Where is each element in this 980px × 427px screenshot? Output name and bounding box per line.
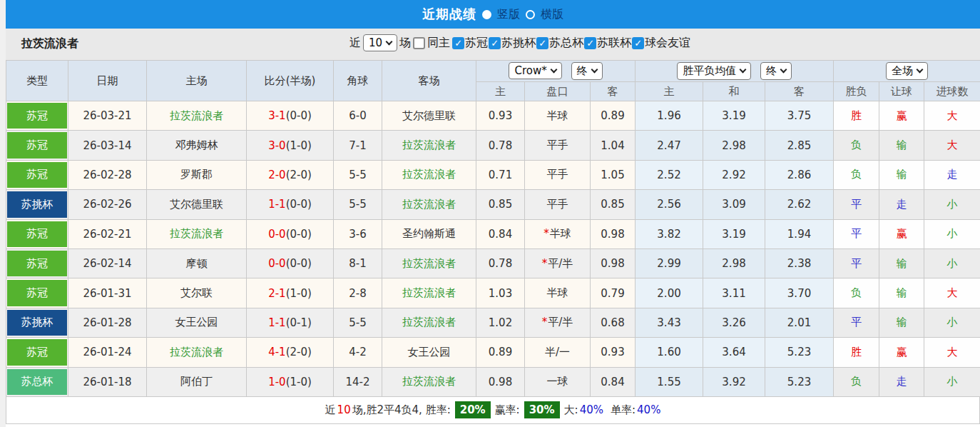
- horizontal-layout-radio[interactable]: [526, 10, 535, 19]
- handicap-result-cell: 输: [879, 278, 924, 308]
- date-cell: 26-02-26: [68, 190, 147, 219]
- result-cell: 胜: [834, 101, 879, 131]
- team-name: 拉茨流浪者: [21, 36, 78, 51]
- corner-cell: 2-8: [334, 278, 382, 308]
- scope-select[interactable]: 全场: [886, 62, 928, 80]
- same-home-label: 同主: [427, 36, 450, 51]
- single-rate: 40%: [637, 403, 660, 416]
- date-cell: 26-03-21: [68, 101, 147, 131]
- handicap-home-odds-cell: 1.02: [476, 308, 525, 337]
- result-cell: 负: [834, 160, 879, 189]
- match-count-select[interactable]: 10: [363, 34, 397, 51]
- handicap-line-cell: *平/半: [525, 248, 591, 278]
- result-cell: 平: [834, 248, 879, 278]
- avg-home-odds-cell: 1.96: [636, 101, 703, 131]
- vertical-layout-radio[interactable]: [482, 10, 491, 19]
- horizontal-layout-label[interactable]: 横版: [541, 7, 563, 22]
- corner-cell: 3-6: [334, 219, 382, 248]
- avg-stage-select[interactable]: 终: [760, 62, 792, 80]
- home-team-cell: 拉茨流浪者: [147, 219, 247, 248]
- handicap-away-odds-cell: 0.84: [591, 367, 636, 396]
- handicap-home-odds-cell: 0.84: [476, 219, 525, 248]
- avg-odds-select[interactable]: 胜平负均值: [677, 62, 751, 80]
- odds-company-select[interactable]: Crow*: [509, 62, 561, 79]
- score-cell: 1-1(0-1): [247, 308, 334, 337]
- league-label-2: 苏总杯: [549, 36, 583, 51]
- recent-results-panel: 近期战绩 竖版 横版 拉茨流浪者 近 10 场 同主 ✓苏冠✓苏挑杯✓苏总杯✓苏…: [0, 0, 980, 427]
- league-checkbox-0[interactable]: ✓: [452, 37, 464, 49]
- big-label: 大:: [564, 403, 578, 417]
- handicap-line-cell: 半球: [525, 278, 591, 308]
- avg-away-odds-cell: 3.70: [765, 278, 834, 308]
- vertical-layout-label[interactable]: 竖版: [497, 7, 520, 22]
- win-odds-label: 赢率:: [495, 403, 520, 417]
- sub-avg-home: 主: [636, 82, 703, 101]
- avg-home-odds-cell: 3.43: [636, 308, 703, 337]
- league-checkbox-4[interactable]: ✓: [632, 37, 644, 49]
- chevron-down-icon: [386, 38, 393, 45]
- date-cell: 26-02-21: [68, 219, 147, 248]
- match-row: 苏冠26-01-31艾尔联2-1(1-0)2-8拉茨流浪者1.03半球0.792…: [6, 278, 980, 308]
- league-type-cell: 苏总杯: [6, 367, 68, 396]
- date-cell: 26-02-28: [68, 160, 147, 189]
- near-label: 近: [349, 36, 361, 51]
- score-cell: 1-1(0-0): [247, 190, 334, 219]
- away-team-cell: 艾尔德里联: [382, 101, 476, 131]
- league-checkbox-2[interactable]: ✓: [536, 37, 548, 49]
- avg-home-odds-cell: 2.47: [636, 131, 703, 160]
- league-checkbox-1[interactable]: ✓: [489, 37, 501, 49]
- handicap-away-odds-cell: 0.68: [591, 308, 636, 337]
- handicap-home-odds-cell: 0.85: [476, 190, 525, 219]
- match-row: 苏总杯26-01-18阿伯丁1-0(1-0)14-2拉茨流浪者0.98一球0.8…: [6, 367, 980, 396]
- goals-result-cell: 小: [924, 367, 980, 396]
- goals-result-cell: 小: [924, 308, 980, 337]
- result-group-header: 全场: [834, 61, 980, 82]
- away-team-cell: 拉茨流浪者: [382, 278, 476, 308]
- away-team-cell: 女王公园: [382, 338, 476, 367]
- match-row: 苏冠26-01-24拉茨流浪者4-1(2-0)4-2女王公园0.89半/一0.9…: [6, 338, 980, 367]
- score-cell: 2-1(1-0): [247, 278, 334, 308]
- score-cell: 2-0(2-0): [247, 160, 334, 189]
- handicap-line-cell: 平手: [525, 190, 591, 219]
- handicap-result-cell: 输: [879, 308, 924, 337]
- handicap-line-cell: 平手: [525, 131, 591, 160]
- away-team-cell: 拉茨流浪者: [382, 308, 476, 337]
- filter-bar: 拉茨流浪者 近 10 场 同主 ✓苏冠✓苏挑杯✓苏总杯✓苏联杯✓球会友谊: [6, 29, 980, 60]
- league-type-cell: 苏冠: [6, 219, 68, 248]
- handicap-home-odds-cell: 0.78: [476, 248, 525, 278]
- avg-draw-odds-cell: 3.64: [703, 338, 765, 367]
- avg-away-odds-cell: 3.75: [765, 101, 834, 131]
- handicap-line-cell: 半球: [525, 101, 591, 131]
- league-label-1: 苏挑杯: [501, 36, 536, 51]
- sub-handicap-line: 盘口: [525, 82, 591, 101]
- match-row: 苏冠26-02-21拉茨流浪者0-0(0-0)3-6圣约翰斯通0.84*半球0.…: [6, 219, 980, 248]
- result-cell: 平: [834, 190, 879, 219]
- sub-result: 胜负: [834, 82, 879, 101]
- date-cell: 26-01-28: [68, 308, 147, 337]
- league-checkbox-3[interactable]: ✓: [584, 37, 596, 49]
- away-team-cell: 圣约翰斯通: [382, 219, 476, 248]
- match-row: 苏挑杯26-01-28女王公园1-1(0-1)5-5拉茨流浪者1.02*平/半0…: [6, 308, 980, 337]
- handicap-home-odds-cell: 0.71: [476, 160, 525, 189]
- col-type: 类型: [6, 61, 68, 101]
- summary-near-label: 近: [325, 403, 336, 417]
- panel-header: 近期战绩 竖版 横版: [6, 0, 980, 29]
- chevron-down-icon: [550, 66, 557, 73]
- corner-cell: 4-2: [334, 338, 382, 367]
- chevron-down-icon: [917, 66, 924, 74]
- avg-away-odds-cell: 2.86: [765, 160, 834, 189]
- handicap-home-odds-cell: 0.78: [476, 131, 525, 160]
- win-odds-badge: 30%: [524, 401, 560, 418]
- goals-result-cell: 走: [924, 160, 980, 189]
- match-row: 苏冠26-03-14邓弗姆林3-0(1-0)7-1拉茨流浪者0.78平手1.04…: [6, 131, 980, 160]
- same-home-checkbox[interactable]: [413, 37, 425, 49]
- odds-stage-select[interactable]: 终: [571, 62, 603, 80]
- avg-draw-odds-cell: 3.19: [703, 101, 765, 131]
- corner-cell: 5-5: [334, 308, 382, 337]
- away-team-cell: 拉茨流浪者: [382, 160, 476, 189]
- handicap-line-cell: 平手: [525, 160, 591, 189]
- home-team-cell: 拉茨流浪者: [147, 338, 247, 367]
- col-score: 比分(半场): [247, 61, 334, 101]
- avg-draw-odds-cell: 2.92: [703, 160, 765, 189]
- away-team-cell: 拉茨流浪者: [382, 248, 476, 278]
